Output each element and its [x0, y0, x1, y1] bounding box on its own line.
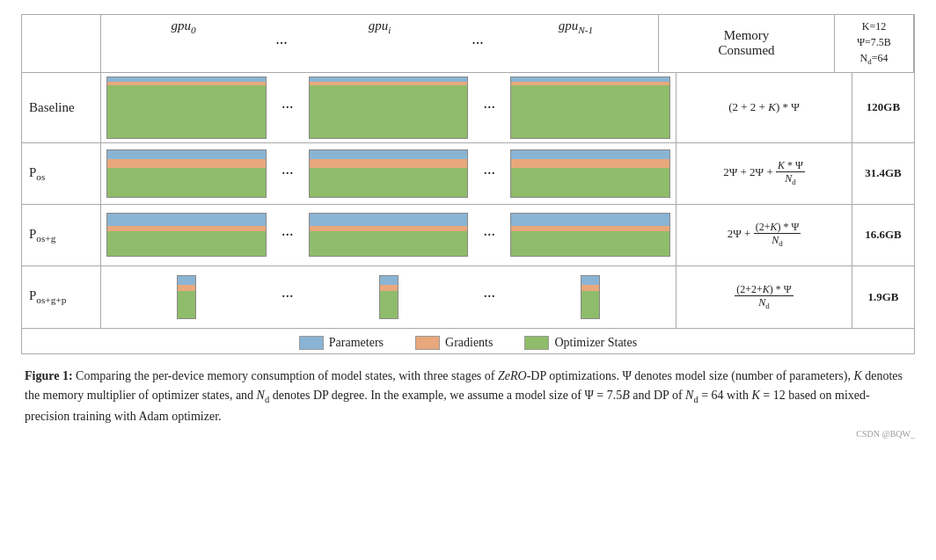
posg-formula: 2Ψ + (2+K) * ΨNd	[676, 205, 852, 265]
posg-row: Pos+g ··· ··	[22, 205, 914, 266]
optimizer-seg	[178, 291, 195, 318]
optimizer-seg	[380, 291, 398, 318]
gradients-legend-box	[415, 336, 440, 350]
baseline-gpun	[505, 73, 676, 142]
pos-size: 31.4GB	[852, 143, 914, 204]
posg-gpu0	[101, 205, 272, 265]
optimizer-seg	[107, 168, 266, 197]
bar-stack	[106, 76, 267, 139]
header-row: gpu0 ··· gpui ··· gpuN-1 Memory Consumed…	[22, 15, 914, 73]
legend: Parameters Gradients Optimizer States	[22, 328, 914, 353]
posgp-row: Pos+g+p ···	[22, 266, 914, 328]
pos-gpun	[505, 143, 676, 204]
gradients-seg	[511, 159, 669, 168]
posgp-gpu0	[101, 266, 272, 328]
bar-stack	[379, 275, 399, 319]
pos-row: Pos ··· ···	[22, 143, 914, 205]
bar-stack	[309, 76, 469, 139]
bar-stack	[510, 213, 670, 257]
figure-caption: Figure 1: Comparing the per-device memor…	[21, 367, 915, 425]
bar-stack	[309, 149, 469, 198]
legend-optimizer: Optimizer States	[524, 336, 637, 350]
posgp-gpui	[303, 266, 474, 328]
optimizer-seg	[310, 85, 468, 138]
optimizer-seg	[511, 231, 669, 257]
optimizer-seg	[581, 291, 599, 318]
gradients-seg	[581, 285, 599, 291]
posg-label: Pos+g	[22, 205, 101, 265]
params-seg	[310, 214, 468, 225]
params-seg	[107, 150, 266, 160]
nd-label: Nd=64	[860, 50, 888, 69]
posgp-label: Pos+g+p	[22, 266, 101, 328]
pos-label: Pos	[22, 143, 101, 204]
psi-label: Ψ=7.5B	[857, 34, 891, 50]
gpun-header: gpuN-1	[494, 15, 658, 72]
gradients-legend-label: Gradients	[445, 336, 493, 350]
legend-gradients: Gradients	[415, 336, 493, 350]
pos-gpu0	[101, 143, 272, 204]
watermark: CSDN @BQW_	[21, 429, 915, 439]
params-seg	[380, 276, 398, 286]
posg-gpun	[505, 205, 676, 265]
legend-parameters: Parameters	[299, 336, 384, 350]
caption-text-1: Comparing the per-device memory consumpt…	[25, 369, 903, 423]
posgp-formula: (2+2+K) * ΨNd	[676, 266, 852, 328]
gpu0-label: gpu0	[171, 18, 195, 33]
posgp-bars: ··· ···	[101, 266, 676, 328]
pos-gpui	[303, 143, 474, 204]
dots-2: ···	[462, 15, 494, 72]
bar-stack	[106, 149, 267, 198]
optimizer-legend-label: Optimizer States	[554, 336, 637, 350]
figure-label: Figure 1:	[25, 369, 73, 382]
gpui-label: gpui	[369, 18, 391, 33]
params-seg	[511, 150, 669, 160]
dots: ···	[473, 73, 505, 142]
bar-stack	[510, 76, 670, 139]
gradients-seg	[310, 159, 468, 168]
pos-bars: ··· ···	[101, 143, 676, 204]
baseline-bars: ··· ···	[101, 73, 676, 142]
baseline-gpu0	[101, 73, 272, 142]
gradients-seg	[178, 285, 195, 291]
memory-consumed-header: Memory Consumed	[659, 15, 835, 72]
baseline-formula: (2 + 2 + K) * Ψ	[676, 73, 852, 142]
dots: ···	[272, 73, 303, 142]
baseline-size: 120GB	[852, 73, 914, 142]
params-seg	[511, 214, 669, 225]
params-seg	[107, 214, 266, 225]
dots: ···	[272, 266, 303, 328]
optimizer-seg	[511, 168, 669, 197]
posg-size: 16.6GB	[852, 205, 914, 265]
bar-stack	[309, 213, 469, 257]
posgp-gpun	[505, 266, 676, 328]
gpu-headers: gpu0 ··· gpui ··· gpuN-1	[101, 15, 659, 72]
pos-formula: 2Ψ + 2Ψ + K * ΨNd	[676, 143, 852, 204]
figure-container: gpu0 ··· gpui ··· gpuN-1 Memory Consumed…	[21, 14, 915, 439]
gpun-label: gpuN-1	[559, 18, 593, 33]
optimizer-seg	[310, 168, 468, 197]
optimizer-seg	[107, 85, 266, 138]
optimizer-seg	[511, 85, 669, 138]
gradients-seg	[380, 285, 398, 291]
dots: ···	[473, 205, 505, 265]
diagram: gpu0 ··· gpui ··· gpuN-1 Memory Consumed…	[21, 14, 915, 354]
dots: ···	[272, 143, 303, 204]
bar-stack	[177, 275, 196, 319]
optimizer-legend-box	[524, 336, 549, 350]
params-seg	[310, 150, 468, 160]
bar-stack	[510, 149, 670, 198]
row-label-header	[22, 15, 101, 72]
params-legend-box	[299, 336, 324, 350]
dots: ···	[473, 143, 505, 204]
optimizer-seg	[107, 231, 266, 257]
posg-gpui	[303, 205, 474, 265]
memory-consumed-label: Memory Consumed	[718, 28, 774, 58]
baseline-gpui	[303, 73, 474, 142]
posgp-size: 1.9GB	[852, 266, 914, 328]
params-legend-label: Parameters	[329, 336, 384, 350]
optimizer-seg	[310, 231, 468, 257]
gpu0-header: gpu0	[101, 15, 266, 72]
params-header: K=12 Ψ=7.5B Nd=64	[835, 15, 914, 72]
dots-1: ···	[266, 15, 297, 72]
